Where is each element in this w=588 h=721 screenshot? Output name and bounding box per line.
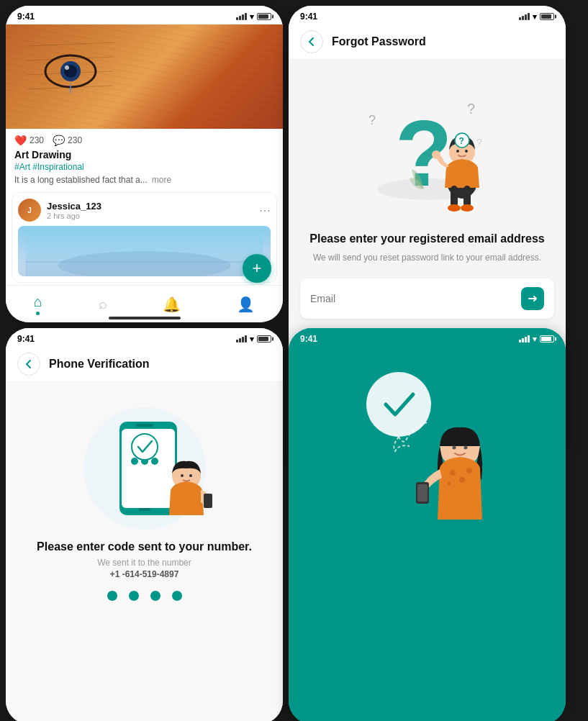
otp-dot-1[interactable] bbox=[107, 591, 117, 601]
svg-line-1 bbox=[27, 57, 114, 60]
battery-icon-3 bbox=[257, 335, 271, 343]
nav-active-dot bbox=[36, 312, 40, 315]
svg-rect-20 bbox=[463, 186, 471, 207]
wifi-icon-2: ▾ bbox=[533, 12, 537, 22]
status-time-4: 9:41 bbox=[300, 334, 317, 344]
forgot-content: ? ? ? ? bbox=[289, 60, 566, 374]
more-button[interactable]: more bbox=[152, 175, 171, 185]
bottom-navigation: ⌂ ⌕ 🔔 👤 bbox=[6, 285, 283, 319]
email-input-wrapper bbox=[300, 278, 554, 319]
otp-dot-2[interactable] bbox=[129, 591, 139, 601]
comments-stat: 💬 230 bbox=[53, 135, 82, 146]
nav-search[interactable]: ⌕ bbox=[99, 296, 107, 312]
svg-point-38 bbox=[189, 474, 192, 477]
svg-point-48 bbox=[452, 446, 456, 450]
svg-point-49 bbox=[463, 446, 467, 450]
verify-back-button[interactable] bbox=[17, 353, 40, 376]
svg-text:?: ? bbox=[467, 101, 475, 117]
question-mark-svg: ? ? ? ? bbox=[356, 74, 499, 218]
email-input[interactable] bbox=[310, 293, 521, 304]
status-time-3: 9:41 bbox=[17, 334, 35, 344]
otp-dot-4[interactable] bbox=[172, 591, 182, 601]
svg-point-18 bbox=[432, 150, 440, 159]
send-arrow-icon bbox=[528, 294, 538, 304]
phone-verification: 9:41 ▾ Phone Verificat bbox=[6, 328, 283, 721]
svg-rect-36 bbox=[204, 494, 212, 508]
otp-dot-3[interactable] bbox=[150, 591, 160, 601]
svg-point-24 bbox=[465, 150, 468, 153]
svg-point-37 bbox=[181, 474, 184, 477]
verify-header: Phone Verification bbox=[6, 347, 283, 382]
svg-point-42 bbox=[450, 470, 456, 476]
send-icon bbox=[521, 287, 544, 310]
art-drawing-svg bbox=[27, 32, 114, 111]
comment-time: 2 hrs ago bbox=[47, 212, 101, 220]
person-icon: 👤 bbox=[237, 296, 255, 313]
status-time-1: 9:41 bbox=[17, 12, 35, 22]
status-time-2: 9:41 bbox=[300, 12, 317, 22]
svg-text:?: ? bbox=[395, 101, 452, 206]
verify-svg bbox=[73, 389, 217, 533]
svg-point-34 bbox=[132, 434, 158, 460]
nav-profile[interactable]: 👤 bbox=[237, 296, 255, 313]
svg-point-9 bbox=[58, 251, 231, 276]
back-button[interactable] bbox=[300, 30, 323, 53]
status-icons-2: ▾ bbox=[519, 12, 554, 22]
home-indicator bbox=[109, 317, 181, 319]
svg-text:?: ? bbox=[368, 113, 376, 127]
success-content bbox=[289, 347, 566, 721]
forgot-header: Forgot Password bbox=[289, 24, 566, 60]
battery-icon-2 bbox=[540, 13, 554, 20]
status-bar-4: 9:41 ▾ bbox=[289, 328, 566, 347]
svg-point-44 bbox=[466, 468, 472, 473]
svg-rect-47 bbox=[417, 484, 428, 502]
nav-home[interactable]: ⌂ bbox=[34, 294, 42, 315]
heart-icon: ❤️ bbox=[14, 135, 27, 146]
svg-rect-30 bbox=[136, 424, 153, 427]
svg-point-22 bbox=[461, 204, 474, 212]
search-icon: ⌕ bbox=[99, 296, 107, 312]
verify-illustration bbox=[73, 389, 217, 533]
commenter-info: J Jessica_123 2 hrs ago bbox=[18, 199, 101, 222]
svg-point-43 bbox=[459, 477, 465, 483]
battery-icon bbox=[257, 13, 271, 20]
svg-text:?: ? bbox=[476, 137, 482, 148]
phone-social: 9:41 ▾ bbox=[6, 6, 283, 322]
status-bar-3: 9:41 ▾ bbox=[6, 328, 283, 347]
svg-rect-39 bbox=[139, 508, 150, 511]
verify-header-title: Phone Verification bbox=[49, 358, 150, 371]
commenter-name: Jessica_123 bbox=[47, 201, 101, 212]
verify-back-arrow-icon bbox=[23, 358, 35, 370]
commenter-row: J Jessica_123 2 hrs ago ⋯ bbox=[18, 199, 271, 222]
fab-button[interactable]: + bbox=[243, 254, 271, 283]
svg-point-33 bbox=[151, 458, 158, 465]
signal-icon-2 bbox=[519, 13, 530, 20]
comment-image-svg bbox=[18, 226, 271, 276]
forgot-heading: Please enter your registered email addre… bbox=[309, 232, 544, 245]
otp-input-row bbox=[107, 591, 182, 601]
post-image bbox=[6, 24, 283, 129]
wifi-icon: ▾ bbox=[250, 12, 254, 22]
verify-subtext: We sent it to the number bbox=[97, 558, 191, 568]
post-description: It is a long established fact that a... … bbox=[6, 173, 283, 186]
signal-icon-3 bbox=[236, 335, 247, 343]
status-icons-4: ▾ bbox=[519, 335, 554, 344]
post-hashtags[interactable]: #Art #Inspirational bbox=[6, 160, 283, 173]
status-icons-3: ▾ bbox=[236, 335, 271, 344]
svg-line-0 bbox=[27, 42, 114, 46]
more-options-icon[interactable]: ⋯ bbox=[259, 204, 271, 217]
signal-icon bbox=[236, 13, 247, 20]
svg-point-23 bbox=[456, 150, 459, 153]
commenter-avatar: J bbox=[18, 199, 41, 222]
status-bar-2: 9:41 ▾ bbox=[289, 6, 566, 24]
wood-background bbox=[6, 24, 283, 129]
comments-count: 230 bbox=[68, 135, 82, 145]
phone-success: 9:41 ▾ bbox=[289, 328, 566, 721]
svg-point-7 bbox=[65, 65, 69, 70]
bell-icon: 🔔 bbox=[163, 296, 181, 313]
nav-notifications[interactable]: 🔔 bbox=[163, 296, 181, 313]
post-stats: ❤️ 230 💬 230 bbox=[6, 129, 283, 149]
success-illustration-svg bbox=[341, 361, 514, 563]
wifi-icon-4: ▾ bbox=[533, 335, 537, 344]
signal-icon-4 bbox=[519, 335, 530, 343]
